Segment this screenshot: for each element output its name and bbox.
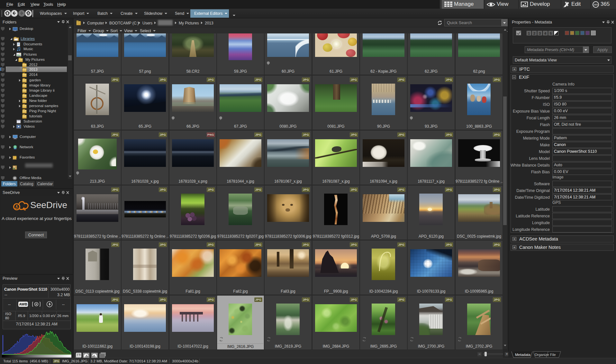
svg-text:365: 365 [593, 3, 598, 6]
svg-text:Metadata: Metadata [515, 353, 531, 357]
svg-text:Organize: Organize [535, 353, 549, 357]
svg-text:File: File [550, 353, 556, 357]
